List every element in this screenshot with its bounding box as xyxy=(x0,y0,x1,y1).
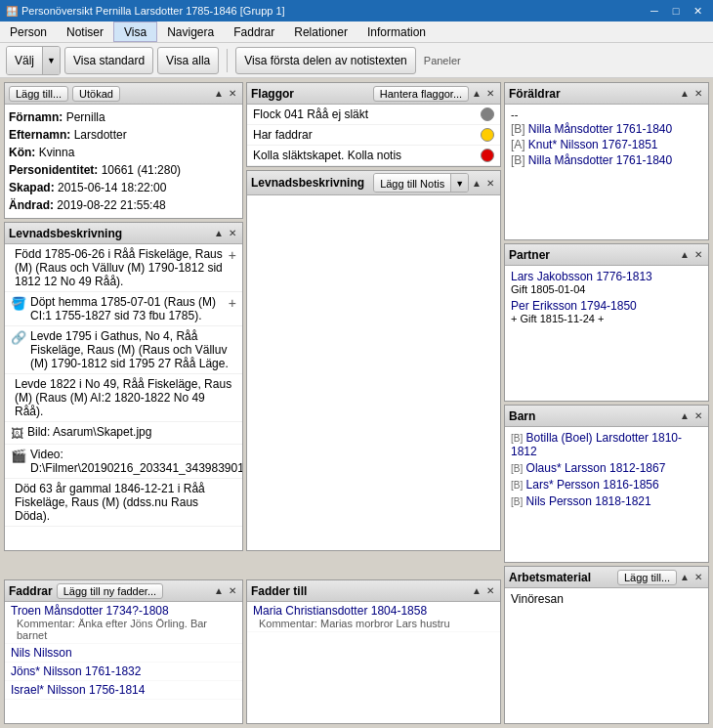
fadder-till-body[interactable]: Maria Christiansdotter 1804-1858 Komment… xyxy=(247,602,500,723)
fadder-name-3[interactable]: Israel* Nilsson 1756-1814 xyxy=(11,683,236,697)
arbetsmaterial-title: Arbetsmaterial xyxy=(509,571,591,584)
view-all-button[interactable]: Visa alla xyxy=(157,47,219,74)
add-fadder-button[interactable]: Lägg till ny fadder... xyxy=(57,583,163,599)
faddrar-title: Faddrar xyxy=(9,584,53,598)
partner-close[interactable]: ✕ xyxy=(692,249,704,260)
fadder-comment-0: Kommentar: Änka efter Jöns Örling. Bar b… xyxy=(11,618,236,641)
manage-flags-button[interactable]: Hantera flaggor... xyxy=(373,86,469,102)
foralder-entry-1[interactable]: [B] Nilla Månsdotter 1761-1840 xyxy=(511,122,702,136)
levnads-mid-body[interactable] xyxy=(247,195,500,550)
menu-visa[interactable]: Visa xyxy=(113,21,157,42)
partner-name-1[interactable]: Per Eriksson 1794-1850 xyxy=(511,299,702,313)
info-panel-close[interactable]: ✕ xyxy=(227,88,238,99)
minimize-button[interactable]: ─ xyxy=(645,3,664,19)
add-info-button[interactable]: Lägg till... xyxy=(9,86,68,102)
fadder-till-name-0[interactable]: Maria Christiansdotter 1804-1858 xyxy=(253,604,494,618)
flags-panel: Flaggor Hantera flaggor... ▲ ✕ Flock 041… xyxy=(246,82,501,167)
foralder-close[interactable]: ✕ xyxy=(692,88,704,99)
select-dropdown-arrow[interactable]: ▼ xyxy=(42,47,60,74)
levnads-body[interactable]: Född 1785-06-26 i Råå Fiskeläge, Raus (M… xyxy=(5,244,242,550)
lev-text-3: Levde 1822 i No 49, Råå Fiskeläge, Raus … xyxy=(15,377,236,418)
info-panel-collapse[interactable]: ▲ xyxy=(212,88,226,99)
flags-body: Flock 041 Råå ej släkt Har faddrar Kolla… xyxy=(247,105,500,166)
title-bar: 🪟 Personöversikt Pernilla Larsdotter 178… xyxy=(0,0,713,21)
menu-bar: Person Notiser Visa Navigera Faddrar Rel… xyxy=(0,21,713,43)
flags-collapse[interactable]: ▲ xyxy=(470,88,483,99)
arbetsmaterial-collapse[interactable]: ▲ xyxy=(678,572,692,582)
partner-name-0[interactable]: Lars Jakobsson 1776-1813 xyxy=(511,270,702,283)
menu-faddrar[interactable]: Faddrar xyxy=(224,21,284,42)
barn-close[interactable]: ✕ xyxy=(692,410,704,421)
faddrar-close[interactable]: ✕ xyxy=(227,585,238,596)
levnads-panel: Levnadsbeskrivning ▲ ✕ Född 1785-06-26 i… xyxy=(4,222,243,551)
partner-collapse[interactable]: ▲ xyxy=(678,249,692,260)
barn-name-2[interactable]: Lars* Persson 1816-1856 xyxy=(526,478,659,492)
barn-name-0[interactable]: Botilla (Boel) Larsdotter 1810-1812 xyxy=(511,431,682,458)
add-arbetsmaterial-button[interactable]: Lägg till... xyxy=(617,570,677,585)
flags-close[interactable]: ✕ xyxy=(484,88,496,99)
foralder-entry-2[interactable]: [A] Knut* Nilsson 1767-1851 xyxy=(511,138,702,151)
skapad-row: Skapad: 2015-06-14 18:22:00 xyxy=(9,179,238,196)
partner-title: Partner xyxy=(509,248,550,262)
fadder-till-collapse[interactable]: ▲ xyxy=(470,585,483,596)
faddrar-body[interactable]: Troen Månsdotter 1734?-1808 Kommentar: Ä… xyxy=(5,602,242,723)
flags-title: Flaggor xyxy=(251,87,294,101)
lev-text-1: Döpt hemma 1785-07-01 (Raus (M) CI:1 175… xyxy=(30,295,225,322)
view-standard-button[interactable]: Visa standard xyxy=(64,47,153,74)
lev-plus-0[interactable]: + xyxy=(229,247,236,263)
barn-entry-2: [B] Lars* Persson 1816-1856 xyxy=(511,478,702,492)
select-button[interactable]: Välj xyxy=(7,47,42,74)
lev-plus-1[interactable]: + xyxy=(229,295,236,311)
foralder-entry-3[interactable]: [B] Nilla Månsdotter 1761-1840 xyxy=(511,153,702,167)
close-button[interactable]: ✕ xyxy=(688,3,707,19)
lev-text-5: Video: D:\Filmer\20190216_203341_3439839… xyxy=(30,448,242,475)
add-notis-arrow[interactable]: ▼ xyxy=(450,174,468,193)
barn-name-3[interactable]: Nils Persson 1818-1821 xyxy=(526,494,651,508)
faddrar-header: Faddrar Lägg till ny fadder... ▲ ✕ xyxy=(5,580,242,602)
menu-information[interactable]: Information xyxy=(357,21,436,42)
levnads-header: Levnadsbeskrivning ▲ ✕ xyxy=(5,223,242,244)
fadder-name-2[interactable]: Jöns* Nilsson 1761-1832 xyxy=(11,664,236,678)
menu-person[interactable]: Person xyxy=(0,21,57,42)
flag-text-2: Kolla släktskapet. Kolla notis xyxy=(253,149,401,162)
foralder-collapse[interactable]: ▲ xyxy=(678,88,692,99)
lev-icon-4: 🖼 xyxy=(11,426,23,441)
efternamn-row: Efternamn: Larsdotter xyxy=(9,126,238,144)
add-notis-button[interactable]: Lägg till Notis xyxy=(374,174,450,193)
menu-notiser[interactable]: Notiser xyxy=(57,21,113,42)
maximize-button[interactable]: □ xyxy=(666,3,686,19)
levnads-mid-collapse[interactable]: ▲ xyxy=(470,178,483,189)
flag-dot-2 xyxy=(481,149,494,162)
faddrar-collapse[interactable]: ▲ xyxy=(212,585,226,596)
flag-text-0: Flock 041 Råå ej släkt xyxy=(253,107,368,121)
barn-collapse[interactable]: ▲ xyxy=(678,410,692,421)
fadder-till-title: Fadder till xyxy=(251,584,307,598)
add-notis-split[interactable]: Lägg till Notis ▼ xyxy=(373,173,469,193)
fadder-till-panel: Fadder till ▲ ✕ Maria Christiansdotter 1… xyxy=(246,579,501,724)
arbetsmaterial-close[interactable]: ✕ xyxy=(692,572,704,582)
select-split-button[interactable]: Välj ▼ xyxy=(6,46,61,75)
menu-navigera[interactable]: Navigera xyxy=(157,21,224,42)
toolbar: Välj ▼ Visa standard Visa alla Visa förs… xyxy=(0,43,713,78)
flag-dot-1 xyxy=(481,128,494,142)
lev-icon-5: 🎬 xyxy=(11,449,26,463)
fadder-till-close[interactable]: ✕ xyxy=(484,585,496,596)
info-panel: Lägg till... Utökad ▲ ✕ Förnamn: Pernill… xyxy=(4,82,243,219)
levnads-mid-header: Levnadsbeskrivning Lägg till Notis ▼ ▲ ✕ xyxy=(247,171,500,195)
right-column: Föräldrar ▲ ✕ -- [B] Nilla Månsdotter 17… xyxy=(504,82,709,724)
levnads-mid-close[interactable]: ✕ xyxy=(484,178,496,189)
foralder-header: Föräldrar ▲ ✕ xyxy=(505,83,708,105)
view-first-button[interactable]: Visa första delen av notistexten xyxy=(235,47,416,74)
flags-header: Flaggor Hantera flaggor... ▲ ✕ xyxy=(247,83,500,105)
flag-dot-0 xyxy=(481,107,494,121)
fadder-name-0[interactable]: Troen Månsdotter 1734?-1808 xyxy=(11,604,236,618)
menu-relationer[interactable]: Relationer xyxy=(284,21,357,42)
fadder-name-1[interactable]: Nils Nilsson xyxy=(11,646,236,660)
levnads-collapse[interactable]: ▲ xyxy=(212,228,226,238)
partner-detail-0: Gift 1805-01-04 xyxy=(511,283,702,295)
expand-info-button[interactable]: Utökad xyxy=(72,86,120,102)
barn-entry-3: [B] Nils Persson 1818-1821 xyxy=(511,494,702,508)
fadder-entry-0: Troen Månsdotter 1734?-1808 Kommentar: Ä… xyxy=(5,602,242,644)
barn-name-1[interactable]: Olaus* Larsson 1812-1867 xyxy=(526,461,666,475)
levnads-close[interactable]: ✕ xyxy=(227,228,238,238)
